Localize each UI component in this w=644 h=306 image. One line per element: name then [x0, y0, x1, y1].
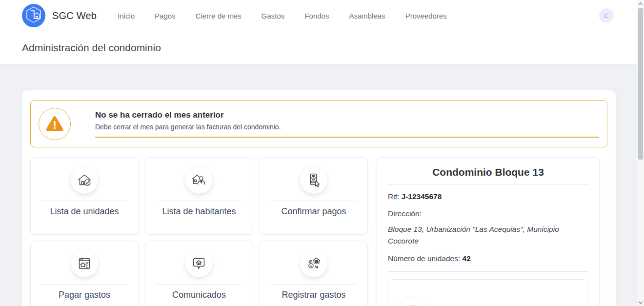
nav-item-pagos[interactable]: Pagos [155, 12, 176, 20]
rent-calculator-icon: 0000 RENT [403, 304, 423, 306]
scroll-down-arrow-icon[interactable] [638, 300, 642, 304]
card-label: Lista de unidades [50, 206, 119, 217]
card-confirmar-pagos[interactable]: $ Confirmar pagos [260, 157, 368, 235]
warning-triangle-icon [44, 113, 65, 135]
alert-title: No se ha cerrado el mes anterior [95, 110, 599, 120]
nav-item-fondos[interactable]: Fondos [304, 12, 329, 20]
house-speech-bubble-icon [191, 255, 207, 272]
main-nav: Inicio Pagos Cierre de mes Gastos Fondos… [118, 12, 447, 20]
alert-text-block: No se ha cerrado el mes anterior Debe ce… [95, 110, 599, 138]
card-label: Registrar gastos [282, 290, 345, 300]
action-cards-grid: Lista de unidades Lista de habitantes [30, 157, 368, 306]
card-label: Comunicados [172, 290, 226, 300]
actualizar-mensualidad-card[interactable]: 0000 RENT Actualizar mensualidad [388, 279, 588, 306]
rif-label: Rif: [388, 192, 399, 201]
card-label: Confirmar pagos [281, 206, 346, 217]
nav-item-gastos[interactable]: Gastos [262, 12, 285, 20]
rif-value: J-12345678 [402, 192, 442, 201]
nav-item-proveedores[interactable]: Proveedores [405, 12, 447, 20]
phone-payment-icon: $ [305, 172, 322, 188]
nav-item-inicio[interactable]: Inicio [118, 12, 135, 20]
card-divider [156, 201, 242, 201]
units-value: 42 [463, 254, 471, 263]
scrollbar-thumb[interactable] [638, 8, 643, 160]
top-navbar: SGC Web Inicio Pagos Cierre de mes Gasto… [0, 0, 644, 31]
svg-text:$: $ [313, 176, 315, 180]
card-lista-de-habitantes[interactable]: Lista de habitantes [145, 157, 253, 235]
card-divider [270, 284, 357, 285]
card-lista-de-unidades[interactable]: Lista de unidades [30, 157, 139, 235]
card-label: Pagar gastos [59, 290, 110, 300]
vertical-scrollbar[interactable] [637, 0, 644, 306]
card-pagar-gastos[interactable]: $ Pagar gastos [30, 241, 139, 306]
alert-message: Debe cerrar el mes para generar las fact… [95, 123, 599, 131]
card-divider [41, 284, 128, 285]
house-check-icon [76, 172, 93, 188]
page-title: Administración del condominio [22, 42, 161, 54]
house-coin-hands-icon: $ [305, 255, 322, 272]
month-close-alert: No se ha cerrado el mes anterior Debe ce… [30, 100, 607, 147]
card-divider [41, 201, 128, 201]
buildings-hexagon-icon [22, 4, 45, 27]
card-divider [270, 201, 357, 201]
main-content: No se ha cerrado el mes anterior Debe ce… [22, 90, 616, 306]
card-icon-badge [71, 166, 98, 194]
app-title: SGC Web [52, 10, 97, 21]
card-icon-badge [185, 250, 213, 277]
svg-text:$: $ [310, 265, 312, 267]
card-icon-badge: $ [300, 250, 327, 277]
condo-address-label: Dirección: [388, 208, 588, 219]
panel-divider [388, 271, 588, 272]
condo-title: Condominio Bloque 13 [388, 166, 588, 185]
nav-item-asambleas[interactable]: Asambleas [349, 12, 385, 20]
page-header: Administración del condominio [0, 31, 644, 65]
user-avatar[interactable]: C [599, 8, 614, 23]
card-registrar-gastos[interactable]: $ Registrar gastos [260, 241, 368, 306]
svg-text:$: $ [86, 265, 88, 268]
card-comunicados[interactable]: Comunicados [145, 241, 253, 306]
units-label: Número de unidades: [388, 254, 460, 263]
sub-card-icon-badge: 0000 RENT [397, 298, 428, 306]
condo-address-value: Bloque 13, Urbanización "Las Acequias", … [388, 224, 588, 247]
scroll-up-arrow-icon[interactable] [638, 2, 642, 6]
condo-rif-row: Rif: J-12345678 [388, 191, 588, 202]
nav-item-cierre-de-mes[interactable]: Cierre de mes [196, 12, 242, 20]
card-icon-badge [185, 166, 213, 194]
app-logo[interactable] [22, 4, 45, 27]
card-label: Lista de habitantes [162, 206, 236, 217]
card-divider [156, 284, 242, 285]
condo-info-panel: Condominio Bloque 13 Rif: J-12345678 Dir… [377, 157, 600, 306]
card-icon-badge: $ [71, 250, 98, 277]
house-person-icon [191, 172, 207, 188]
card-icon-badge: $ [300, 166, 327, 194]
browser-house-dollar-icon: $ [76, 255, 93, 272]
condo-units-row: Número de unidades: 42 [388, 253, 588, 264]
alert-icon-ring [39, 108, 71, 140]
